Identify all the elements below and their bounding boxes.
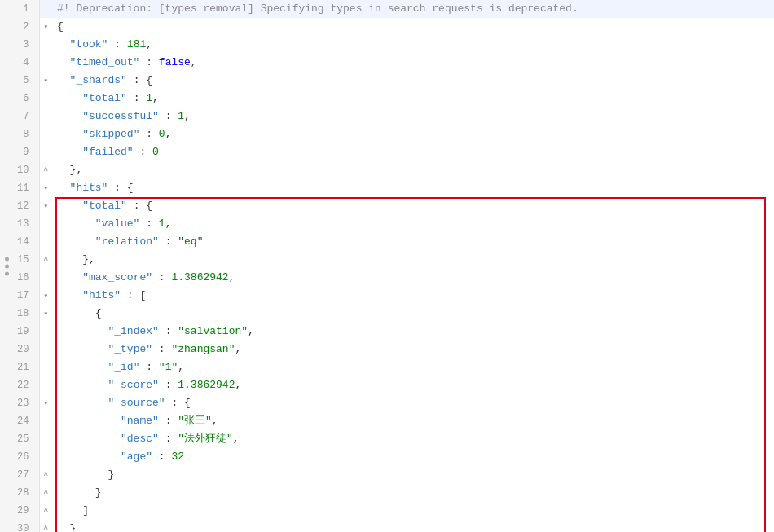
code-line-content: "max_score" : 1.3862942, [52,269,774,287]
line-number: 27 [0,466,39,484]
code-line-content: "hits" : [ [52,287,774,305]
table-row: 12▾ "total" : { [0,197,774,215]
table-row: 17▾ "hits" : [ [0,287,774,305]
line-number: 22 [0,376,39,394]
code-line-content: } [52,484,774,502]
code-line-content: "failed" : 0 [52,143,774,161]
table-row: 28^ } [0,484,774,502]
fold-indicator[interactable]: ▾ [39,394,52,412]
line-number: 20 [0,341,39,358]
fold-indicator[interactable]: ▾ [39,197,52,215]
fold-indicator[interactable]: ▾ [39,305,52,323]
table-row: 20 "_type" : "zhangsan", [0,341,774,358]
line-number: 28 [0,484,39,502]
code-line-content: { [52,305,774,323]
line-number: 21 [0,358,39,376]
line-number: 19 [0,323,39,341]
table-row: 2▾{ [0,18,774,36]
line-number: 14 [0,233,39,251]
fold-indicator[interactable] [39,36,52,54]
table-row: 24 "name" : "张三", [0,412,774,430]
fold-indicator[interactable] [39,233,52,251]
code-line-content: ] [52,502,774,520]
code-line-content: } [52,466,774,484]
line-number: 4 [0,54,39,72]
code-line-content: "_source" : { [52,394,774,412]
table-row: 6 "total" : 1, [0,90,774,108]
code-line-content: }, [52,251,774,269]
table-row: 29^ ] [0,502,774,520]
line-number: 13 [0,215,39,233]
code-line-content: "_type" : "zhangsan", [52,341,774,358]
line-number: 9 [0,143,39,161]
fold-indicator[interactable] [39,108,52,125]
line-number: 18 [0,305,39,323]
code-line-content: "took" : 181, [52,36,774,54]
code-table: 1#! Deprecation: [types removal] Specify… [0,0,774,532]
code-line-content: "age" : 32 [52,448,774,466]
table-row: 5▾ "_shards" : { [0,72,774,90]
table-row: 7 "successful" : 1, [0,108,774,125]
code-line-content: "timed_out" : false, [52,54,774,72]
line-number: 17 [0,287,39,305]
code-line-content: "desc" : "法外狂徒", [52,430,774,448]
table-row: 30^ } [0,520,774,532]
table-row: 9 "failed" : 0 [0,143,774,161]
fold-indicator[interactable]: ▾ [39,287,52,305]
fold-indicator[interactable]: ^ [39,161,52,179]
line-number: 5 [0,72,39,90]
line-number: 6 [0,90,39,108]
code-line-content: "_shards" : { [52,72,774,90]
code-line-content: "skipped" : 0, [52,125,774,143]
table-row: 27^ } [0,466,774,484]
fold-indicator[interactable]: ▾ [39,72,52,90]
fold-indicator[interactable]: ^ [39,251,52,269]
fold-indicator[interactable] [39,90,52,108]
fold-indicator[interactable]: ▾ [39,179,52,197]
code-line-content: "name" : "张三", [52,412,774,430]
line-number: 30 [0,520,39,532]
fold-indicator[interactable] [39,143,52,161]
fold-indicator[interactable] [39,269,52,287]
fold-indicator[interactable]: ^ [39,466,52,484]
fold-indicator[interactable]: ▾ [39,18,52,36]
fold-indicator[interactable]: ^ [39,484,52,502]
fold-indicator[interactable]: ^ [39,502,52,520]
fold-indicator[interactable] [39,430,52,448]
fold-indicator[interactable] [39,448,52,466]
table-row: 19 "_index" : "salvation", [0,323,774,341]
code-line-content: } [52,520,774,532]
table-row: 22 "_score" : 1.3862942, [0,376,774,394]
table-row: 1#! Deprecation: [types removal] Specify… [0,0,774,18]
code-line-content: "_index" : "salvation", [52,323,774,341]
fold-indicator[interactable] [39,215,52,233]
table-row: 16 "max_score" : 1.3862942, [0,269,774,287]
fold-indicator[interactable] [39,341,52,358]
fold-indicator[interactable] [39,125,52,143]
line-number: 26 [0,448,39,466]
code-line-content: "hits" : { [52,179,774,197]
code-line-content: }, [52,161,774,179]
fold-indicator[interactable] [39,0,52,18]
line-number: 23 [0,394,39,412]
code-line-content: "_id" : "1", [52,358,774,376]
line-number: 3 [0,36,39,54]
table-row: 25 "desc" : "法外狂徒", [0,430,774,448]
line-number: 8 [0,125,39,143]
fold-indicator[interactable]: ^ [39,520,52,532]
table-row: 23▾ "_source" : { [0,394,774,412]
fold-indicator[interactable] [39,376,52,394]
fold-indicator[interactable] [39,54,52,72]
line-number: 7 [0,108,39,125]
code-line-content: "relation" : "eq" [52,233,774,251]
table-row: 15^ }, [0,251,774,269]
line-number: 12 [0,197,39,215]
fold-indicator[interactable] [39,412,52,430]
line-number: 2 [0,18,39,36]
code-line-content: "total" : { [52,197,774,215]
code-block[interactable]: 1#! Deprecation: [types removal] Specify… [0,0,774,532]
code-line-content: "value" : 1, [52,215,774,233]
fold-indicator[interactable] [39,358,52,376]
code-line-content: #! Deprecation: [types removal] Specifyi… [52,0,774,18]
fold-indicator[interactable] [39,323,52,341]
